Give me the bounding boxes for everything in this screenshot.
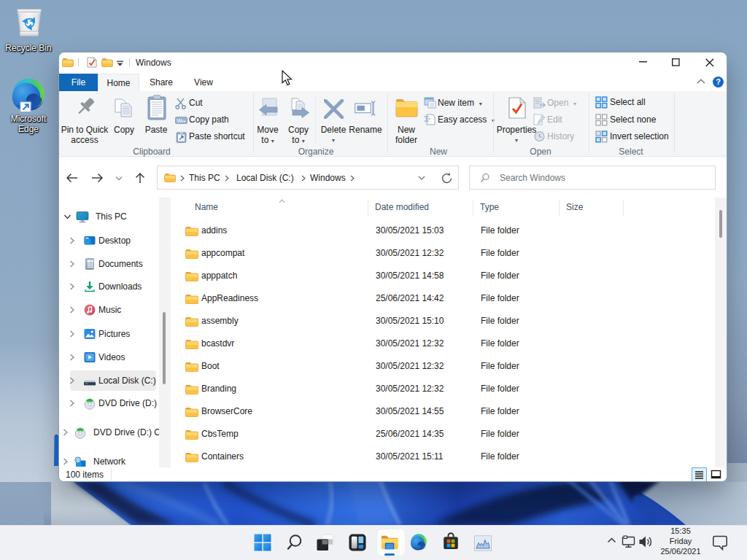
svg-text:W: W [177, 117, 182, 124]
